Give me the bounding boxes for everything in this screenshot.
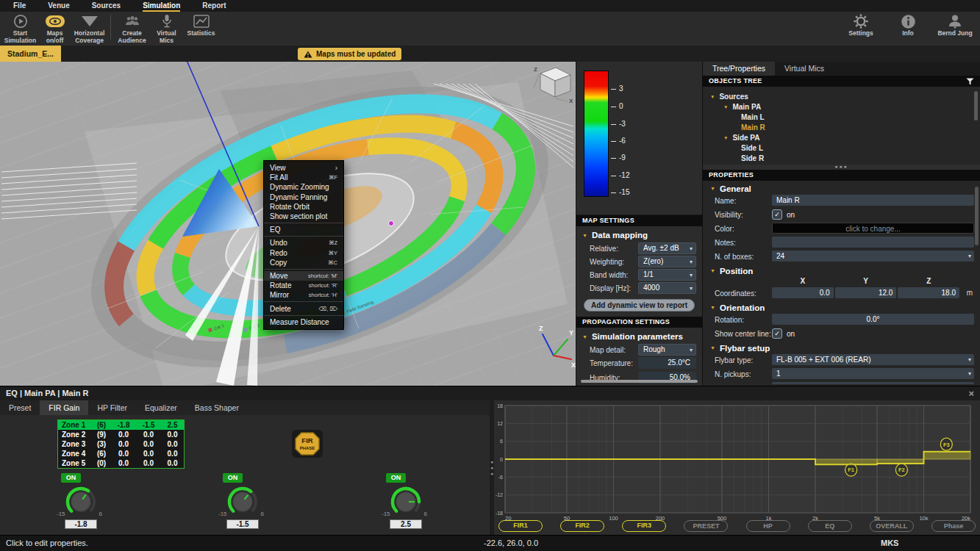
relative-dropdown[interactable]: Avg. ±2 dB▾: [638, 242, 696, 254]
section-general[interactable]: ▼General: [703, 182, 980, 195]
ctx-rotate[interactable]: Rotateshortcut: 'R': [264, 281, 343, 290]
preset-button[interactable]: PRESET: [684, 520, 728, 532]
map-detail-dropdown[interactable]: Rough▾: [638, 344, 696, 356]
ctx-dynamic-panning[interactable]: Dynamic Panning: [264, 192, 343, 202]
tab-virtual-mics[interactable]: Virtual Mics: [775, 62, 834, 76]
horizontal-coverage-button[interactable]: Horizontal Coverage: [72, 12, 107, 44]
n-pickups-dropdown[interactable]: 1▾: [772, 368, 974, 379]
coordinate-x-field[interactable]: 0.0: [772, 287, 834, 298]
ctx-delete[interactable]: Delete⌫, ⌦: [264, 303, 343, 313]
overall-button[interactable]: OVERALL: [870, 520, 914, 532]
ctx-rotate-orbit[interactable]: Rotate Orbit: [264, 202, 343, 212]
start-simulation-button[interactable]: Start Simulation: [3, 12, 37, 44]
temperature-field[interactable]: 25.0°C: [638, 357, 696, 369]
simulation-parameters-section[interactable]: ▼Simulation parameters: [576, 328, 702, 344]
zone-row[interactable]: Zone 4(6)0.00.00.0: [58, 449, 184, 458]
settings-button[interactable]: Settings: [842, 12, 880, 37]
maps-onoff-button[interactable]: Maps on/off: [37, 12, 72, 44]
tab-equalizer[interactable]: Equalizer: [136, 400, 186, 415]
tree-item-main-pa[interactable]: ▼Main PA: [703, 101, 980, 112]
filter-funnel-icon[interactable]: [966, 78, 974, 85]
show-center-line-checkbox[interactable]: ✓: [772, 328, 782, 339]
ctx-show-section-plot[interactable]: Show section plot: [264, 212, 343, 221]
stadium-3d-viewport[interactable]: Cat 1 Cat 2 Cat 3 Cat 4 Field Standing: [0, 62, 576, 386]
ctx-redo[interactable]: Redo⌘Y: [264, 248, 343, 258]
ctx-measure-distance[interactable]: Measure Distance: [264, 317, 343, 327]
coordinate-z-field[interactable]: 18.0: [898, 287, 959, 298]
fir2-button[interactable]: FIR2: [560, 520, 604, 532]
coordinate-y-field[interactable]: 12.0: [835, 287, 897, 298]
virtual-mic-point[interactable]: [389, 221, 394, 226]
maps-warning-badge[interactable]: Maps must be updated: [298, 48, 401, 60]
expander-icon[interactable]: ▼: [723, 135, 728, 140]
tree-scrollbar[interactable]: [974, 91, 978, 120]
ctx-eq[interactable]: EQ: [264, 225, 343, 234]
info-button[interactable]: Info: [889, 12, 927, 37]
phase-button[interactable]: Phase: [931, 520, 976, 532]
expander-icon[interactable]: ▼: [723, 104, 728, 109]
data-mapping-section[interactable]: ▼Data mapping: [576, 226, 702, 242]
expander-icon[interactable]: ▼: [710, 94, 715, 99]
add-dynamic-view-button[interactable]: Add dynamic view to report: [584, 299, 695, 311]
fir3-on-badge[interactable]: ON: [386, 473, 406, 483]
tab-bass-shaper[interactable]: Bass Shaper: [186, 400, 248, 415]
display-hz-dropdown[interactable]: 4000▾: [638, 282, 696, 294]
color-field[interactable]: click to change...: [772, 223, 974, 234]
section-position[interactable]: ▼Position: [703, 264, 980, 277]
virtual-mics-button[interactable]: Virtual Mics: [149, 12, 184, 44]
tree-item-sources[interactable]: ▼Sources: [703, 91, 980, 101]
menu-simulation[interactable]: Simulation: [143, 0, 180, 12]
statistics-button[interactable]: Statistics: [184, 12, 218, 44]
user-account-button[interactable]: Bernd Jung: [936, 12, 974, 37]
tab-tree-properties[interactable]: Tree/Properties: [703, 62, 775, 76]
ctx-copy[interactable]: Copy⌘C: [264, 258, 343, 267]
weighting-dropdown[interactable]: Z(ero)▾: [638, 256, 696, 267]
ctx-mirror[interactable]: Mirrorshortcut: 'H': [264, 290, 343, 300]
eq-button[interactable]: EQ: [808, 520, 852, 532]
zone-row[interactable]: Zone 1(6)-1.8-1.52.5: [58, 420, 184, 430]
ctx-undo[interactable]: Undo⌘Z: [264, 238, 343, 248]
tab-hp-filter[interactable]: HP Filter: [88, 400, 136, 415]
tree-item-side-l[interactable]: Side L: [703, 143, 980, 153]
document-tab[interactable]: Stadium_E...: [0, 46, 61, 62]
zone-row[interactable]: Zone 2(9)0.00.00.0: [58, 430, 184, 439]
fir1-button[interactable]: FIR1: [498, 520, 543, 532]
fir1-on-badge[interactable]: ON: [61, 473, 81, 483]
panel-splitter[interactable]: ●●●: [703, 165, 980, 170]
tree-item-side-pa[interactable]: ▼Side PA: [703, 132, 980, 143]
close-icon[interactable]: ×: [968, 386, 974, 400]
ctx-view[interactable]: View›: [264, 163, 343, 173]
tab-preset[interactable]: Preset: [0, 400, 40, 415]
properties-scrollbar[interactable]: [975, 187, 979, 245]
section-orientation[interactable]: ▼Orientation: [703, 301, 980, 314]
ctx-fit-all[interactable]: Fit All⌘F: [264, 173, 343, 182]
fir-eq-graph[interactable]: 20501002005001k2k5k10k20k181260-6-12-18F…: [494, 400, 980, 522]
menu-venue[interactable]: Venue: [48, 0, 69, 12]
menu-sources[interactable]: Sources: [92, 0, 121, 12]
zone-row[interactable]: Zone 3(3)0.00.00.0: [58, 439, 184, 449]
visibility-checkbox[interactable]: ✓: [772, 209, 782, 220]
fir3-gain-value[interactable]: 2.5: [390, 519, 422, 529]
fir2-on-badge[interactable]: ON: [223, 473, 243, 483]
tree-item-side-r[interactable]: Side R: [703, 153, 980, 163]
bandwidth-dropdown[interactable]: 1/1▾: [638, 269, 696, 281]
horizontal-scrollbar[interactable]: [581, 380, 698, 383]
menu-file[interactable]: File: [13, 0, 26, 12]
tab-fir-gain[interactable]: FIR Gain: [40, 400, 88, 415]
flybar-type-dropdown[interactable]: FL-B 005 + EXT 006 (REAR)▾: [772, 354, 974, 365]
fir3-button[interactable]: FIR3: [622, 520, 666, 532]
tree-item-main-l[interactable]: Main L: [703, 112, 980, 122]
fir1-gain-value[interactable]: -1.8: [65, 519, 97, 529]
flybar-tilt-field[interactable]: 0.5°: [772, 382, 974, 384]
section-flybar-setup[interactable]: ▼Flybar setup: [703, 342, 980, 354]
ctx-move[interactable]: Moveshortcut: 'M': [264, 271, 343, 281]
rotation-field[interactable]: 0.0°: [772, 314, 974, 325]
fir2-gain-value[interactable]: -1.5: [226, 519, 259, 529]
n-of-boxes-dropdown[interactable]: 24▾: [772, 251, 974, 262]
tree-item-main-r[interactable]: Main R: [703, 122, 980, 132]
ctx-dynamic-zooming[interactable]: Dynamic Zooming: [264, 182, 343, 192]
zone-row[interactable]: Zone 5(0)0.00.00.0: [58, 458, 184, 468]
name-field[interactable]: Main R: [772, 195, 974, 206]
notes-field[interactable]: [772, 237, 974, 248]
menu-report[interactable]: Report: [202, 0, 226, 12]
